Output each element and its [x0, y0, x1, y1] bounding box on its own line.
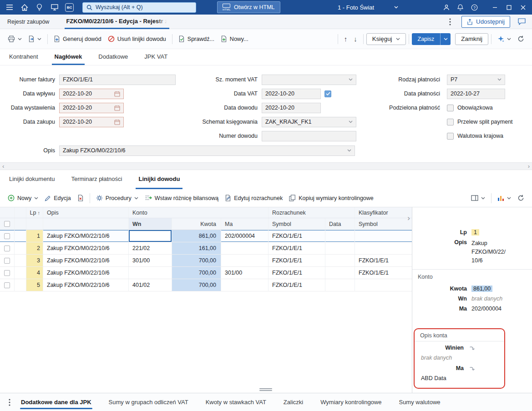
refresh-button[interactable] — [514, 32, 527, 46]
scroll-right-icon[interactable]: › — [528, 163, 530, 169]
grid-new-button[interactable]: Nowy — [5, 191, 41, 205]
new-document-button[interactable]: Nowy... — [218, 32, 252, 46]
cell-wn[interactable]: 301/00 — [129, 255, 172, 266]
header-group-konto[interactable]: Konto — [129, 207, 269, 218]
cell-klasyfikator-symbol[interactable] — [355, 230, 412, 242]
maximize-button[interactable] — [502, 0, 516, 15]
cell-rozrachunek-symbol[interactable]: FZKO/1/E/1 — [269, 230, 325, 242]
chart-view-button[interactable] — [494, 191, 514, 205]
tab-naglowek[interactable]: Nagłówek — [52, 49, 85, 65]
vat-date-input[interactable]: 2022-10-20 — [262, 89, 321, 99]
cell-rozrachunek-symbol[interactable]: FZKO/1/E/1 — [269, 242, 325, 254]
vat-moment-select[interactable] — [262, 75, 356, 85]
search-input[interactable] — [96, 4, 192, 10]
more-columns-icon[interactable]: › — [407, 214, 410, 223]
header-ma[interactable]: Ma — [221, 218, 269, 230]
payment-type-select[interactable]: P7 — [447, 75, 505, 85]
feedback-button[interactable] — [516, 16, 527, 28]
move-down-button[interactable]: ↓ — [350, 32, 360, 46]
table-row[interactable]: 5 Zakup FZKO/M0/22/10/6 401/02 700,00 FZ… — [0, 279, 412, 291]
bottom-tab-sumy-odliczen-vat[interactable]: Sumy w grupach odliczeń VAT — [106, 393, 191, 411]
layout-options-button[interactable] — [468, 191, 488, 205]
tab-linijki-dokumentu[interactable]: Linijki dokumentu — [6, 170, 57, 189]
tab-jpk-vat[interactable]: JPK VAT — [142, 49, 170, 65]
cell-opis[interactable]: Zakup FZKO/M0/22/10/6 — [43, 242, 129, 254]
cell-wn[interactable] — [129, 267, 172, 279]
cell-kwota[interactable]: 700,00 — [172, 267, 221, 279]
select-all-checkbox[interactable] — [4, 221, 10, 227]
bottom-tab-sumy-walutowe[interactable]: Sumy walutowe — [396, 393, 443, 411]
cell-rozrachunek-symbol[interactable]: FZKO/1/E/1 — [269, 267, 325, 279]
tab-terminarz-platnosci[interactable]: Terminarz płatności — [68, 170, 125, 189]
cell-wn[interactable] — [129, 230, 172, 242]
apps-button[interactable] — [47, 0, 62, 15]
copy-dimensions-button[interactable]: Kopiuj wymiary kontrolingowe — [286, 191, 377, 205]
table-row[interactable]: 3 Zakup FZKO/M0/22/10/6 301/00 700,00 FZ… — [0, 255, 412, 267]
cell-klasyfikator-symbol[interactable] — [355, 242, 412, 254]
row-checkbox[interactable] — [4, 270, 10, 276]
description-select[interactable]: Zakup FZKO/M0/22/10/6 — [59, 145, 355, 156]
cell-ma[interactable] — [221, 255, 269, 266]
grid-delete-button[interactable] — [74, 191, 87, 205]
cell-ma[interactable]: 202/000004 — [221, 230, 269, 242]
close-document-button[interactable]: Zamknij — [455, 33, 488, 45]
more-options-button[interactable] — [444, 16, 456, 28]
smart-actions-button[interactable] — [494, 32, 514, 46]
move-up-button[interactable]: ↑ — [341, 32, 351, 46]
invoice-number-input[interactable]: FZKO/1/E/1 — [59, 75, 176, 85]
company-picker[interactable]: 1 - Foto Świat — [338, 0, 398, 15]
save-dropdown[interactable] — [441, 33, 451, 45]
doc-date-input[interactable]: 2022-10-20 — [262, 103, 321, 113]
receipt-date-input[interactable]: 2022-10-20 — [59, 89, 124, 99]
cell-ma[interactable] — [221, 279, 269, 291]
bottom-tab-kwoty-stawki-vat[interactable]: Kwoty w stawkach VAT — [203, 393, 269, 411]
cell-kwota[interactable]: 700,00 — [172, 255, 221, 266]
tab-linijki-dowodu[interactable]: Linijki dowodu — [136, 170, 182, 189]
header-group-rozrachunek[interactable]: Rozrachunek — [269, 207, 355, 218]
domestic-currency-checkbox[interactable] — [447, 133, 454, 140]
vat-date-checkbox[interactable] — [324, 90, 331, 97]
cell-klasyfikator-symbol[interactable]: FZKO/1/E/1 — [355, 267, 412, 279]
notifications-button[interactable] — [453, 0, 467, 15]
insights-button[interactable] — [32, 0, 47, 15]
menu-button[interactable] — [2, 0, 17, 15]
post-button[interactable]: Księguj — [366, 33, 406, 45]
header-lp[interactable]: Lp↑ — [26, 207, 43, 218]
posting-schema-select[interactable]: ZAK_KRAJK_FK1 — [262, 117, 356, 127]
grid-edit-button[interactable]: Edycja — [41, 191, 74, 205]
business-central-button[interactable]: BC — [62, 0, 77, 15]
cell-opis[interactable]: Zakup FZKO/M0/22/10/6 — [43, 255, 129, 266]
cell-rozrachunek-symbol[interactable]: FZKO/1/E/1 — [269, 255, 325, 266]
header-wn[interactable]: Wn — [129, 218, 172, 230]
bottom-tab-wymiary-kontrolingowe[interactable]: Wymiary kontrolingowe — [318, 393, 384, 411]
purchase-date-input[interactable]: 2022-10-20 — [59, 117, 124, 127]
header-rozrachunek-data[interactable]: Data — [325, 218, 355, 230]
cell-rozrachunek-data[interactable] — [325, 267, 355, 279]
doc-number-input[interactable] — [262, 131, 356, 141]
bottom-tab-zaliczki[interactable]: Zaliczki — [281, 393, 306, 411]
payment-date-input[interactable]: 2022-10-27 — [447, 89, 505, 99]
cell-lp[interactable]: 3 — [26, 255, 43, 266]
header-rozrachunek-symbol[interactable]: Symbol — [269, 218, 325, 230]
cell-rozrachunek-data[interactable] — [325, 230, 355, 242]
cell-rozrachunek-data[interactable] — [325, 255, 355, 266]
pane-splitter-handle[interactable] — [259, 387, 272, 391]
close-button[interactable] — [516, 0, 530, 15]
generate-document-button[interactable]: Generuj dowód — [51, 32, 105, 46]
table-row[interactable]: 1 Zakup FZKO/M0/22/10/6 861,00 202/00000… — [0, 230, 412, 242]
table-row[interactable]: 4 Zakup FZKO/M0/22/10/6 700,00 301/00 FZ… — [0, 267, 412, 279]
edit-settlement-button[interactable]: Edytuj rozrachunek — [222, 191, 286, 205]
row-checkbox[interactable] — [4, 246, 10, 251]
cell-ma[interactable] — [221, 242, 269, 254]
row-checkbox[interactable] — [4, 282, 10, 288]
row-checkbox[interactable] — [4, 258, 10, 264]
minimize-button[interactable] — [488, 0, 502, 15]
global-search[interactable] — [82, 2, 196, 13]
cell-lp[interactable]: 4 — [26, 267, 43, 279]
cell-opis[interactable]: Zakup FZKO/M0/22/10/6 — [43, 230, 129, 242]
breadcrumb[interactable]: Rejestr zakupów — [7, 19, 49, 25]
header-opis[interactable]: Opis — [43, 207, 129, 218]
drilldown-arrow-icon[interactable] — [469, 346, 475, 351]
drilldown-arrow-icon[interactable] — [469, 366, 475, 371]
grid-refresh-button[interactable] — [514, 191, 527, 205]
